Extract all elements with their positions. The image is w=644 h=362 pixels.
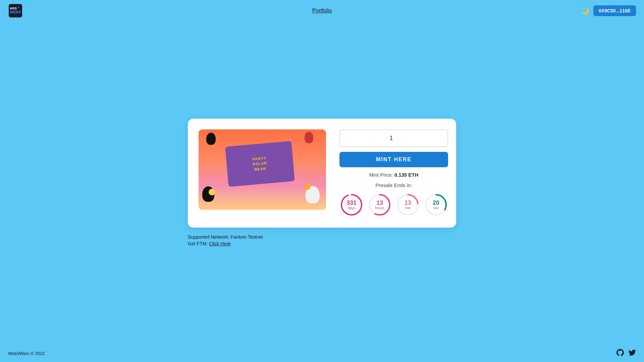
github-icon[interactable]	[616, 349, 624, 358]
sec-value: 20	[433, 200, 439, 206]
svg-text:WEB: WEB	[10, 7, 17, 10]
countdown-hours: 13 hours	[368, 193, 392, 217]
nft-image: PARTY POLAR BEAR	[199, 129, 326, 210]
svg-text:3: 3	[18, 6, 19, 9]
logo: WEB WERX 3	[8, 3, 23, 18]
hours-unit: hours	[375, 206, 384, 210]
ftm-info: Get FTM: Click Here	[188, 241, 456, 246]
hours-value: 13	[376, 200, 383, 206]
copyright: Web3Werx © 2022	[8, 351, 45, 356]
min-value: 13	[405, 200, 411, 206]
mint-button[interactable]: MINT HERE	[339, 152, 448, 167]
countdown-min: 13 min	[396, 193, 420, 217]
twitter-icon[interactable]	[629, 349, 636, 358]
countdown-sec: 20 sec	[424, 193, 448, 217]
mint-price: Mint Price: 0.135 ETH	[369, 172, 419, 178]
svg-text:WERX: WERX	[10, 10, 21, 14]
mint-card: PARTY POLAR BEAR MINT HERE Mint Price: 0…	[188, 119, 456, 228]
header: WEB WERX 3 Portfolio 🌙 0X9C50...116E	[0, 0, 644, 21]
logo-icon: WEB WERX 3	[8, 3, 23, 18]
network-label: Supported Network: Fantom Testnet	[188, 234, 456, 240]
card-controls: MINT HERE Mint Price: 0.135 ETH Presale …	[339, 129, 448, 217]
presale-label: Presale Ends in:	[375, 182, 412, 188]
dark-mode-button[interactable]: 🌙	[581, 7, 589, 15]
bottom-info: Supported Network: Fantom Testnet Get FT…	[188, 234, 456, 248]
countdown-days: 331 days	[339, 193, 364, 217]
days-value: 331	[346, 200, 357, 206]
quantity-input[interactable]	[339, 129, 448, 147]
nft-sign: PARTY POLAR BEAR	[225, 141, 294, 187]
countdown-row: 331 days 13 hours	[339, 193, 448, 217]
ftm-link[interactable]: Click Here	[209, 241, 231, 246]
footer: Web3Werx © 2022	[0, 345, 644, 362]
footer-icons	[616, 349, 636, 358]
mint-price-label: Mint Price:	[369, 172, 393, 178]
mint-price-value: 0.135 ETH	[394, 172, 419, 178]
main-content: PARTY POLAR BEAR MINT HERE Mint Price: 0…	[0, 21, 644, 345]
sec-unit: sec	[433, 206, 439, 210]
portfolio-link[interactable]: Portfolio	[312, 8, 332, 14]
wallet-button[interactable]: 0X9C50...116E	[593, 5, 636, 16]
header-right: 🌙 0X9C50...116E	[581, 5, 636, 16]
ftm-label: Get FTM:	[188, 241, 208, 246]
min-unit: min	[405, 206, 411, 210]
nft-image-container: PARTY POLAR BEAR	[199, 129, 326, 210]
days-unit: days	[347, 206, 355, 210]
